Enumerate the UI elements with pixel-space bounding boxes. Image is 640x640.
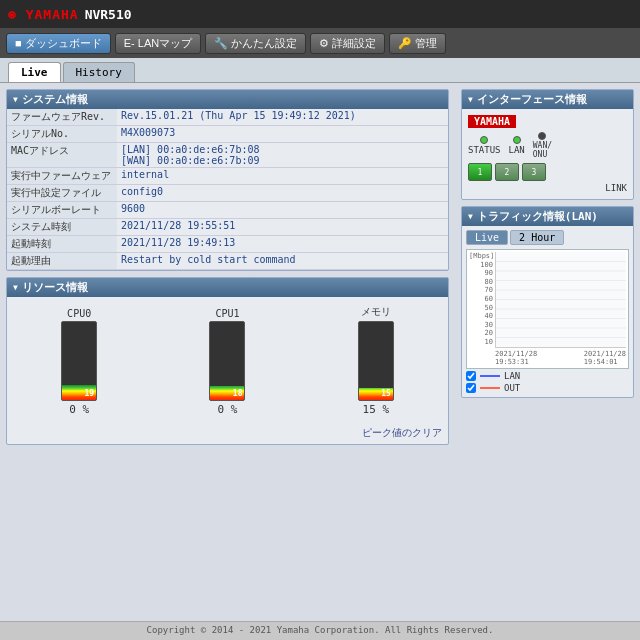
tab-live[interactable]: Live: [8, 62, 61, 82]
status-indicator-wan: WAN/ONU: [533, 132, 552, 159]
chart-x-labels: 2021/11/2819:53:31 2021/11/2819:54:01: [495, 350, 626, 366]
gauge-percent: 15 %: [363, 403, 390, 416]
system-info-table: ファームウェアRev.Rev.15.01.21 (Thu Apr 15 19:4…: [7, 109, 448, 270]
interface-info-header: インターフェース情報: [462, 90, 633, 109]
legend-lan-out: OUT: [466, 383, 629, 393]
table-row: MACアドレス[LAN] 00:a0:de:e6:7b:08 [WAN] 00:…: [7, 143, 448, 168]
info-value: Restart by cold start command: [117, 253, 448, 270]
status-indicator-status: STATUS: [468, 136, 501, 155]
peak-clear-btn[interactable]: ピーク値のクリア: [7, 424, 448, 444]
legend-out-checkbox[interactable]: [466, 383, 476, 393]
legend-out-label: OUT: [504, 383, 520, 393]
yamaha-logo: ⊛ YAMAHA: [8, 7, 79, 22]
info-value: internal: [117, 168, 448, 185]
gauge-number: 15: [381, 389, 391, 398]
resource-content: CPU0190 %CPU1180 %メモリ1515 %: [7, 297, 448, 424]
gauge-number: 19: [85, 389, 95, 398]
nav-bar: ■ ダッシュボード E- LANマップ 🔧 かんたん設定 ⚙ 詳細設定 🔑 管理: [0, 28, 640, 58]
traffic-tabs: Live 2 Hour: [466, 230, 629, 245]
info-key: 実行中設定ファイル: [7, 185, 117, 202]
info-value: 2021/11/28 19:49:13: [117, 236, 448, 253]
traffic-info-section: トラフィック情報(LAN) Live 2 Hour [Mbps] 100 90 …: [461, 206, 634, 398]
system-info-section: システム情報 ファームウェアRev.Rev.15.01.21 (Thu Apr …: [6, 89, 449, 271]
table-row: 起動時刻2021/11/28 19:49:13: [7, 236, 448, 253]
left-panel: システム情報 ファームウェアRev.Rev.15.01.21 (Thu Apr …: [0, 83, 455, 621]
lan-label: LAN: [509, 145, 525, 155]
info-key: 起動理由: [7, 253, 117, 270]
interface-content: YAMAHA STATUS LAN WAN/ONU: [462, 109, 633, 199]
top-bar: ⊛ YAMAHA NVR510: [0, 0, 640, 28]
status-indicator-lan: LAN: [509, 136, 525, 155]
nav-detail-settings[interactable]: ⚙ 詳細設定: [310, 33, 385, 54]
gauge-bar: 18: [209, 321, 245, 401]
device-name: NVR510: [85, 7, 132, 22]
wan-label: WAN/ONU: [533, 141, 552, 159]
gauge-percent: 0 %: [218, 403, 238, 416]
chart-svg: [496, 252, 626, 347]
gauge-label: メモリ: [361, 305, 391, 319]
main-content: システム情報 ファームウェアRev.Rev.15.01.21 (Thu Apr …: [0, 83, 640, 621]
gauge-container: CPU0190 %: [61, 308, 97, 416]
nav-admin[interactable]: 🔑 管理: [389, 33, 446, 54]
table-row: シリアルボーレート9600: [7, 202, 448, 219]
chart-area: [Mbps] 100 90 80 70 60 50 40 30 20 10: [466, 249, 629, 369]
nav-lanmap[interactable]: E- LANマップ: [115, 33, 201, 54]
traffic-info-header: トラフィック情報(LAN): [462, 207, 633, 226]
nav-simple-settings[interactable]: 🔧 かんたん設定: [205, 33, 306, 54]
info-key: ファームウェアRev.: [7, 109, 117, 126]
table-row: システム時刻2021/11/28 19:55:51: [7, 219, 448, 236]
info-value: Rev.15.01.21 (Thu Apr 15 19:49:12 2021): [117, 109, 448, 126]
chart-plot: [495, 252, 626, 348]
gauge-percent: 0 %: [69, 403, 89, 416]
wan-led: [538, 132, 546, 140]
resource-info-header: リソース情報: [7, 278, 448, 297]
tab-bar: Live History: [0, 58, 640, 83]
system-info-header: システム情報: [7, 90, 448, 109]
lan-led: [513, 136, 521, 144]
info-key: 実行中ファームウェア: [7, 168, 117, 185]
gauge-container: メモリ1515 %: [358, 305, 394, 416]
table-row: ファームウェアRev.Rev.15.01.21 (Thu Apr 15 19:4…: [7, 109, 448, 126]
info-key: システム時刻: [7, 219, 117, 236]
gauge-bar: 19: [61, 321, 97, 401]
table-row: 起動理由Restart by cold start command: [7, 253, 448, 270]
port-2: 2: [495, 163, 519, 181]
legend-lan-line: [480, 375, 500, 377]
info-value: 2021/11/28 19:55:51: [117, 219, 448, 236]
legend-out-line: [480, 387, 500, 389]
info-value: 9600: [117, 202, 448, 219]
yamaha-badge: YAMAHA: [468, 115, 516, 128]
legend-lan-checkbox[interactable]: [466, 371, 476, 381]
table-row: シリアルNo.M4X009073: [7, 126, 448, 143]
info-key: シリアルボーレート: [7, 202, 117, 219]
traffic-tab-2hour[interactable]: 2 Hour: [510, 230, 564, 245]
table-row: 実行中ファームウェアinternal: [7, 168, 448, 185]
table-row: 実行中設定ファイルconfig0: [7, 185, 448, 202]
traffic-content: Live 2 Hour [Mbps] 100 90 80 70 60 50 40…: [462, 226, 633, 397]
chart-y-labels: [Mbps] 100 90 80 70 60 50 40 30 20 10: [467, 250, 495, 348]
info-key: 起動時刻: [7, 236, 117, 253]
traffic-tab-live[interactable]: Live: [466, 230, 508, 245]
gauge-label: CPU0: [67, 308, 91, 319]
info-value: config0: [117, 185, 448, 202]
link-label: LINK: [468, 183, 627, 193]
port-3: 3: [522, 163, 546, 181]
info-value: M4X009073: [117, 126, 448, 143]
gauge-label: CPU1: [215, 308, 239, 319]
gauge-container: CPU1180 %: [209, 308, 245, 416]
info-key: MACアドレス: [7, 143, 117, 168]
info-key: シリアルNo.: [7, 126, 117, 143]
nav-dashboard[interactable]: ■ ダッシュボード: [6, 33, 111, 54]
right-panel: インターフェース情報 YAMAHA STATUS LAN WAN/ONU: [455, 83, 640, 621]
gauge-number: 18: [233, 389, 243, 398]
port-1: 1: [468, 163, 492, 181]
interface-info-section: インターフェース情報 YAMAHA STATUS LAN WAN/ONU: [461, 89, 634, 200]
gauge-bar: 15: [358, 321, 394, 401]
port-row: 1 2 3: [468, 163, 627, 181]
info-value: [LAN] 00:a0:de:e6:7b:08 [WAN] 00:a0:de:e…: [117, 143, 448, 168]
legend-lan-in: LAN: [466, 371, 629, 381]
legend-lan-label: LAN: [504, 371, 520, 381]
interface-status-row: STATUS LAN WAN/ONU: [468, 132, 627, 159]
tab-history[interactable]: History: [63, 62, 135, 82]
status-label: STATUS: [468, 145, 501, 155]
